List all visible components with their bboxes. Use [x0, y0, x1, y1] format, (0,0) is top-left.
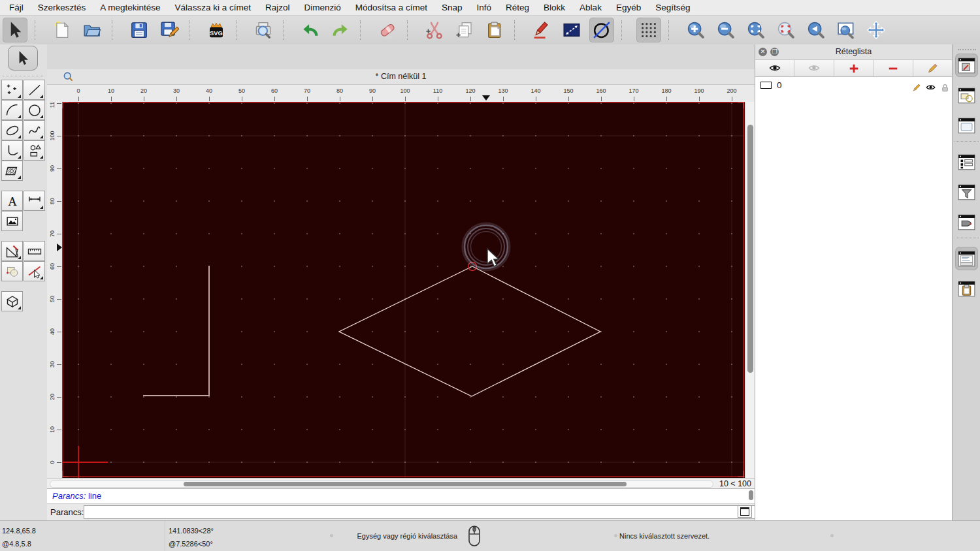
layer-edit-icon[interactable] — [911, 80, 922, 91]
circle-tool-button[interactable] — [24, 100, 45, 120]
copy-icon — [455, 20, 474, 40]
hruler-label: 190 — [694, 87, 704, 94]
paper-border — [63, 102, 744, 477]
menu-item-m-dos-tsa-a-c-met[interactable]: Módosítsa a címet — [348, 0, 434, 15]
history-scrollbar-thumb[interactable] — [749, 490, 753, 500]
text-tool-button[interactable]: A — [1, 191, 23, 211]
ellipse-tool-button[interactable] — [1, 120, 23, 140]
filter-dock-button[interactable] — [955, 180, 978, 204]
zoom-auto-button[interactable] — [743, 18, 768, 42]
selection-tool-button[interactable] — [8, 46, 38, 71]
menu-item-a-megtekint-se[interactable]: A megtekintése — [93, 0, 167, 15]
layer-visibility-icon[interactable] — [925, 80, 936, 91]
menu-item-dimenzi-[interactable]: Dimenzió — [297, 0, 348, 15]
pan-button[interactable] — [864, 18, 889, 42]
dimension-style-button[interactable] — [559, 18, 584, 42]
menu-item-rajzol[interactable]: Rajzol — [258, 0, 297, 15]
save-button[interactable] — [127, 18, 152, 42]
toolbar-separator — [112, 20, 121, 40]
menu-item-r-teg[interactable]: Réteg — [498, 0, 536, 15]
dimension-tool-button[interactable] — [24, 191, 45, 211]
edit-layer-button[interactable] — [913, 60, 952, 76]
hruler-label: 70 — [304, 87, 310, 94]
remove-layer-button[interactable] — [874, 60, 913, 76]
zoom-out-button[interactable] — [713, 18, 738, 42]
menu-item-egy-b[interactable]: Egyéb — [609, 0, 648, 15]
menu-item-inf-[interactable]: Infó — [470, 0, 499, 15]
vertical-scrollbar-thumb[interactable] — [747, 125, 753, 373]
polyline-tool-button[interactable] — [1, 140, 23, 161]
spline-tool-button[interactable] — [24, 120, 45, 140]
box3d-tool-button[interactable] — [1, 291, 23, 311]
grid-toggle-icon — [639, 20, 659, 40]
draft-mode-button[interactable] — [589, 18, 614, 42]
hruler-cursor-marker — [482, 95, 490, 101]
zoom-window-button[interactable] — [834, 18, 858, 42]
hruler-label: 100 — [400, 87, 410, 94]
copy-button[interactable] — [452, 18, 477, 42]
svg-export-button[interactable]: SVG — [204, 18, 229, 42]
document-titlebar[interactable]: * Cím nélkül 1 — [47, 69, 755, 85]
status-bar: 124.8,65.8 @4.8,5.8 141.0839<28° @7.5286… — [0, 520, 980, 551]
menu-item-ablak[interactable]: Ablak — [572, 0, 609, 15]
horizontal-scroll-row: 10 < 100 — [47, 478, 755, 489]
print-preview-button[interactable] — [251, 18, 276, 42]
dimension-style-icon — [562, 20, 581, 40]
zoom-selected-button[interactable] — [774, 18, 798, 42]
new-document-button[interactable] — [50, 18, 74, 42]
history-scrollbar[interactable] — [749, 490, 753, 503]
grid-toggle-button[interactable] — [636, 18, 661, 42]
tool-options-dock-button[interactable] — [955, 210, 978, 234]
redo-button[interactable] — [328, 18, 353, 42]
points-tool-button[interactable] — [1, 80, 23, 100]
selection-status: Nincs kiválasztott szervezet. — [619, 532, 710, 540]
hatch-tool-button[interactable] — [1, 161, 23, 181]
visibility-all-button[interactable] — [755, 60, 794, 76]
delete-eraser-button[interactable] — [375, 18, 400, 42]
visibility-off-button[interactable] — [794, 60, 834, 76]
drawing-canvas[interactable] — [62, 102, 745, 478]
menu-item-snap[interactable]: Snap — [434, 0, 470, 15]
zoom-in-button[interactable] — [683, 18, 708, 42]
modify-tool-button[interactable] — [1, 241, 23, 261]
hruler-tick — [144, 97, 144, 101]
command-input[interactable] — [84, 505, 788, 519]
horizontal-scrollbar[interactable] — [50, 480, 713, 488]
layer-lock-icon[interactable] — [939, 80, 951, 91]
save-as-button[interactable] — [157, 18, 182, 42]
polygon-tool-button[interactable] — [24, 140, 45, 161]
horizontal-scrollbar-thumb[interactable] — [184, 482, 627, 486]
cut-button[interactable] — [422, 18, 447, 42]
pen-edit-button[interactable] — [529, 18, 554, 42]
paste-button[interactable] — [482, 18, 507, 42]
select-arrow-button[interactable] — [3, 18, 27, 42]
command-input-row: Parancs: — [47, 503, 755, 520]
layer-color-swatch[interactable] — [760, 82, 772, 89]
hruler-label: 150 — [563, 87, 573, 94]
image-tool-button[interactable] — [1, 211, 23, 231]
arc-tool-button[interactable] — [1, 100, 23, 120]
add-layer-button[interactable] — [834, 60, 874, 76]
undo-button[interactable] — [298, 18, 323, 42]
open-file-button[interactable] — [80, 18, 105, 42]
clipboard-dock-button[interactable] — [955, 277, 978, 300]
zoom-previous-button[interactable] — [804, 18, 828, 42]
select-entity-tool-button[interactable] — [24, 261, 45, 281]
menu-item-v-lassza-ki-a-c-met[interactable]: Válassza ki a címet — [168, 0, 258, 15]
entity-list-dock-button[interactable] — [955, 150, 978, 174]
menu-item-blokk[interactable]: Blokk — [536, 0, 572, 15]
menu-bar: FájlSzerkesztésA megtekintéseVálassza ki… — [0, 0, 980, 16]
library-browser-dock-button[interactable] — [955, 114, 978, 137]
layer-row[interactable]: 0 — [755, 78, 952, 93]
layer-list-dock-button[interactable] — [955, 54, 978, 77]
menu-item-f-jl[interactable]: Fájl — [0, 0, 31, 15]
order-tool-button[interactable] — [1, 261, 23, 281]
menu-item-seg-ts-g[interactable]: Segítség — [648, 0, 697, 15]
line-tool-button[interactable] — [24, 80, 45, 100]
command-line-dock-button[interactable] — [955, 247, 978, 270]
menu-item-szerkeszt-s[interactable]: Szerkesztés — [31, 0, 93, 15]
block-list-dock-button[interactable] — [955, 84, 978, 107]
measure-tool-button[interactable] — [24, 241, 45, 261]
command-window-button[interactable] — [738, 505, 752, 518]
vertical-scrollbar[interactable] — [745, 102, 755, 478]
